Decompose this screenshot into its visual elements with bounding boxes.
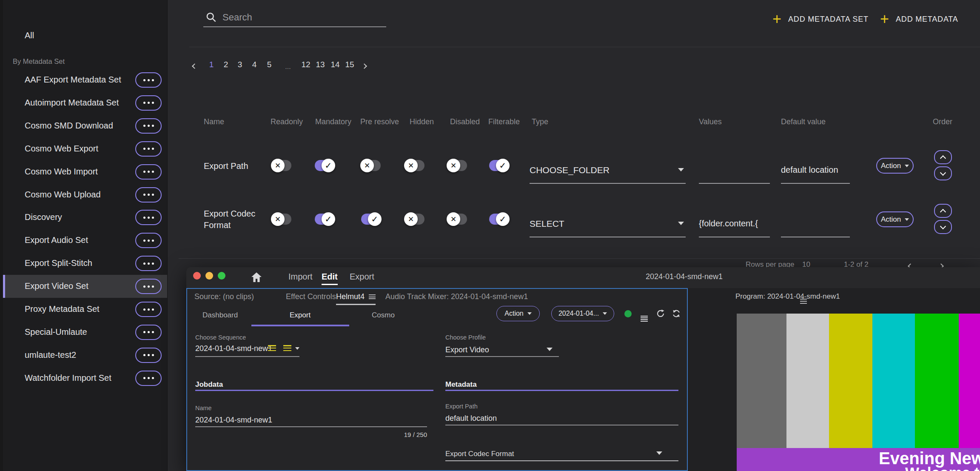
type-select[interactable]: CHOOSE_FOLDER	[530, 165, 610, 175]
move-down-button[interactable]	[934, 166, 952, 180]
item-menu-button[interactable]	[135, 118, 162, 134]
helmut-tab-dashboard[interactable]: Dashboard	[202, 311, 238, 320]
sidebar-item-cosmo-web-export[interactable]: Cosmo Web Export	[3, 137, 168, 160]
home-icon[interactable]	[251, 272, 262, 284]
pagination-page-14[interactable]: 14	[330, 60, 339, 69]
x-icon: ✕	[275, 215, 281, 224]
toggle-pre_resolve[interactable]: ✕	[361, 160, 381, 171]
pagination-page-2[interactable]: 2	[224, 60, 228, 69]
item-menu-button[interactable]	[135, 164, 162, 180]
move-down-button[interactable]	[934, 220, 952, 234]
panel-menu-icon[interactable]	[369, 294, 376, 299]
sidebar-item-watchfolder-import-set[interactable]: Watchfolder Import Set	[3, 367, 168, 390]
export-path-input[interactable]: default location	[445, 414, 497, 423]
toggle-filterable[interactable]: ✓	[489, 160, 509, 171]
sidebar-item-proxy-metadata-set[interactable]: Proxy Metadata Set	[3, 298, 168, 321]
row-action-button[interactable]: Action	[876, 211, 914, 227]
workspace-tab-import[interactable]: Import	[288, 272, 313, 284]
sidebar-item-umlaute-test2[interactable]: umlaute-test2	[3, 344, 168, 367]
sidebar-item-discovery[interactable]: Discovery	[3, 206, 168, 229]
workspace-tab-edit[interactable]: Edit	[322, 272, 338, 285]
refresh-icon[interactable]	[656, 309, 665, 320]
item-menu-button[interactable]	[135, 256, 162, 271]
dropdown-arrow-icon[interactable]	[678, 168, 684, 171]
helmut-preset-dropdown[interactable]: 2024-01-04...	[551, 306, 614, 321]
sidebar-item-aaf-export-metadata-set[interactable]: AAF Export Metadata Set	[3, 69, 168, 91]
search-input[interactable]: Search	[222, 12, 252, 23]
dropdown-arrow-icon[interactable]	[656, 451, 662, 455]
item-menu-button[interactable]	[135, 279, 162, 294]
add-metadata-button[interactable]: + ADD METADATA	[880, 13, 958, 26]
pagination-page-3[interactable]: 3	[238, 60, 242, 69]
pagination-next-button[interactable]	[362, 62, 366, 70]
toggle-disabled[interactable]: ✕	[447, 214, 467, 225]
sidebar-item-export-split-stitch[interactable]: Export Split-Stitch	[3, 252, 168, 275]
helmut-tab-export[interactable]: Export	[290, 311, 311, 320]
pagination-page-4[interactable]: 4	[252, 60, 257, 69]
values-input[interactable]: {folder.content.{	[699, 219, 769, 228]
toggle-mandatory[interactable]: ✓	[315, 160, 334, 171]
sync-icon[interactable]	[672, 309, 681, 320]
panel-tab-audio-track-mixer-2024-01-04-smd-new1[interactable]: Audio Track Mixer: 2024-01-04-smd-new1	[385, 292, 528, 301]
item-menu-button[interactable]	[135, 348, 162, 363]
pagination-page-13[interactable]: 13	[316, 60, 325, 69]
workspace-tab-export[interactable]: Export	[350, 272, 374, 284]
toggle-readonly[interactable]: ✕	[272, 160, 291, 171]
move-up-button[interactable]	[934, 150, 952, 164]
helmut-tab-cosmo[interactable]: Cosmo	[372, 311, 395, 320]
item-menu-button[interactable]	[135, 72, 162, 88]
item-menu-button[interactable]	[135, 325, 162, 340]
toggle-hidden[interactable]: ✕	[405, 160, 424, 171]
pagination-page-1[interactable]: 1	[209, 60, 214, 69]
default-value-input[interactable]: default location	[781, 165, 850, 175]
item-menu-button[interactable]	[135, 302, 162, 317]
helmut-action-dropdown[interactable]: Action	[496, 306, 540, 321]
sidebar-item-export-video-set[interactable]: Export Video Set	[3, 275, 168, 298]
sidebar-item-autoimport-metadata-set[interactable]: Autoimport Metadata Set	[3, 91, 168, 114]
sidebar-item-cosmo-smd-download[interactable]: Cosmo SMD Download	[3, 114, 168, 137]
panel-menu-icon[interactable]	[800, 294, 807, 304]
toggle-disabled[interactable]: ✕	[447, 160, 467, 171]
dropdown-arrow-icon[interactable]	[547, 348, 553, 351]
name-input[interactable]: 2024-01-04-smd-new1	[195, 416, 272, 425]
sidebar-item-cosmo-web-upload[interactable]: Cosmo Web Upload	[3, 183, 168, 206]
dropdown-arrow-icon[interactable]	[678, 222, 684, 225]
toggle-hidden[interactable]: ✕	[405, 214, 424, 225]
minimize-window-button[interactable]	[205, 272, 213, 280]
item-menu-button[interactable]	[135, 141, 162, 157]
panel-tab-helmut4[interactable]: Helmut4	[336, 292, 376, 305]
pagination-page-5[interactable]: 5	[267, 60, 272, 69]
item-menu-button[interactable]	[135, 210, 162, 225]
item-menu-button[interactable]	[135, 95, 162, 111]
pagination-page-12[interactable]: 12	[301, 60, 310, 69]
pagination-prev-button[interactable]	[193, 62, 197, 70]
ellipsis-icon	[143, 308, 145, 311]
item-menu-button[interactable]	[135, 371, 162, 386]
item-menu-button[interactable]	[135, 187, 162, 203]
close-window-button[interactable]	[193, 272, 201, 280]
export-codec-select[interactable]: Export Codec Format	[445, 450, 514, 458]
job-list-icon[interactable]	[641, 311, 648, 322]
toggle-thumb: ✕	[447, 159, 460, 172]
sidebar-item-special-umlaute[interactable]: Special-Umlaute	[3, 321, 168, 344]
choose-sequence-value[interactable]: 2024-01-04-smd-new1	[195, 344, 272, 353]
move-up-button[interactable]	[934, 204, 952, 218]
toggle-pre_resolve[interactable]: ✓	[361, 214, 381, 225]
sidebar-item-cosmo-web-import[interactable]: Cosmo Web Import	[3, 160, 168, 183]
zoom-window-button[interactable]	[218, 272, 225, 280]
panel-tab-source-no-clips-[interactable]: Source: (no clips)	[194, 292, 254, 301]
pagination-page-15[interactable]: 15	[345, 60, 354, 69]
sequence-list-icon[interactable]	[283, 345, 291, 351]
toggle-mandatory[interactable]: ✓	[315, 214, 334, 225]
type-select[interactable]: SELECT	[530, 219, 564, 229]
row-action-button[interactable]: Action	[876, 158, 914, 174]
sequence-icon[interactable]	[268, 345, 276, 351]
sidebar-item-export-audio-set[interactable]: Export Audio Set	[3, 229, 168, 252]
add-metadata-set-button[interactable]: + ADD METADATA SET	[772, 13, 869, 26]
toggle-filterable[interactable]: ✓	[489, 214, 509, 225]
toggle-readonly[interactable]: ✕	[272, 214, 291, 225]
choose-profile-select[interactable]: Export Video	[445, 345, 489, 354]
panel-tab-effect-controls[interactable]: Effect Controls	[286, 292, 336, 301]
item-menu-button[interactable]	[135, 233, 162, 248]
dropdown-arrow-icon[interactable]	[295, 347, 299, 350]
